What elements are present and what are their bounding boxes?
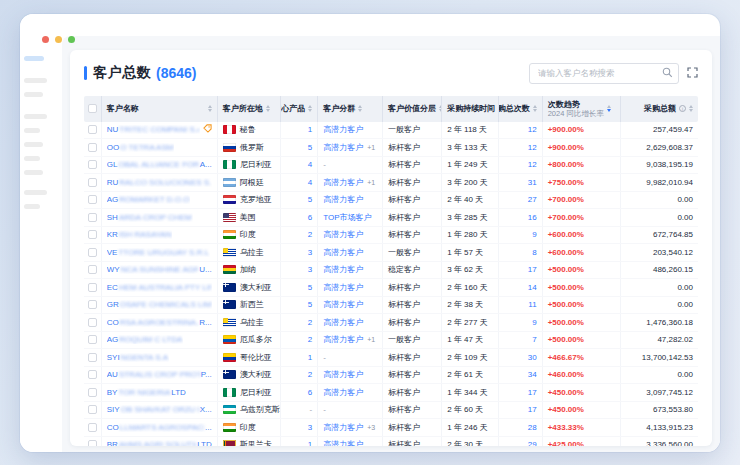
maximize-button[interactable] bbox=[68, 36, 75, 43]
purchase-count-value[interactable]: 9 bbox=[532, 230, 536, 239]
purchase-count-value[interactable]: 34 bbox=[528, 370, 537, 379]
purchase-count-value[interactable]: 30 bbox=[528, 353, 537, 362]
core-products-value[interactable]: 6 bbox=[308, 213, 312, 222]
sidebar-skeleton-item[interactable] bbox=[24, 92, 43, 97]
search-icon[interactable] bbox=[662, 67, 673, 78]
core-products-value[interactable]: 5 bbox=[308, 143, 312, 152]
purchase-count-value[interactable]: 27 bbox=[528, 195, 537, 204]
segment-link[interactable]: 高潜力客户 bbox=[323, 142, 363, 153]
customer-name-link[interactable]: COLLMARTS AGROSPACE PRIVATE... bbox=[107, 423, 212, 432]
row-checkbox[interactable] bbox=[88, 265, 97, 274]
column-header-tier[interactable]: 客户价值分层 bbox=[383, 96, 442, 122]
customer-name-link[interactable]: SHARDA CROP CHEM bbox=[107, 213, 193, 222]
sidebar-skeleton-item[interactable] bbox=[24, 204, 40, 209]
customer-name-link[interactable]: AGROQUIM C LTDA bbox=[107, 335, 184, 344]
search-input[interactable] bbox=[529, 63, 679, 84]
row-checkbox[interactable] bbox=[88, 405, 97, 414]
core-products-value[interactable]: 1 bbox=[308, 353, 312, 362]
sidebar-skeleton-item[interactable] bbox=[24, 128, 40, 133]
core-products-value[interactable]: 1 bbox=[308, 125, 312, 134]
core-products-value[interactable]: 6 bbox=[308, 388, 312, 397]
core-products-value[interactable]: 2 bbox=[308, 335, 312, 344]
row-checkbox[interactable] bbox=[88, 353, 97, 362]
column-header-trend[interactable]: 次数趋势2024 同比增长率 bbox=[543, 96, 622, 122]
column-header-amount[interactable]: 采购总额i bbox=[621, 96, 698, 122]
customer-name-link[interactable]: SIYOB SHAVKAT ORZU FERMERX... bbox=[107, 405, 212, 414]
row-checkbox[interactable] bbox=[88, 143, 97, 152]
purchase-count-value[interactable]: 14 bbox=[528, 283, 537, 292]
segment-link[interactable]: 高潜力客户 bbox=[323, 282, 363, 293]
core-products-value[interactable]: 2 bbox=[308, 230, 312, 239]
row-checkbox[interactable] bbox=[88, 283, 97, 292]
customer-name-link[interactable]: BYTOR NIGERIALTD bbox=[107, 388, 186, 397]
row-checkbox[interactable] bbox=[88, 178, 97, 187]
row-checkbox[interactable] bbox=[88, 440, 97, 446]
core-products-value[interactable]: 5 bbox=[308, 195, 312, 204]
sort-icon[interactable] bbox=[308, 105, 312, 113]
core-products-value[interactable]: 3 bbox=[308, 265, 312, 274]
customer-name-link[interactable]: GLOBAL ALLIANCE FOR CHESICA... bbox=[107, 160, 212, 169]
purchase-count-value[interactable]: 12 bbox=[528, 143, 537, 152]
purchase-count-value[interactable]: 28 bbox=[528, 423, 537, 432]
customer-name-link[interactable]: KRISH RASAYAN bbox=[107, 230, 173, 239]
row-checkbox[interactable] bbox=[88, 248, 97, 257]
segment-link[interactable]: 高潜力客户 bbox=[323, 247, 363, 258]
sort-icon[interactable] bbox=[208, 105, 212, 113]
segment-link[interactable]: 高潜力客户 bbox=[323, 387, 363, 398]
sidebar-skeleton-item-active[interactable] bbox=[24, 56, 44, 61]
purchase-count-value[interactable]: 7 bbox=[532, 335, 536, 344]
sidebar-skeleton-item[interactable] bbox=[24, 190, 47, 195]
customer-name-link[interactable]: SYINGENTA S.A bbox=[107, 353, 169, 362]
row-checkbox[interactable] bbox=[88, 388, 97, 397]
purchase-count-value[interactable]: 17 bbox=[528, 265, 537, 274]
customer-name-link[interactable]: BRAHMS AGRI SOLUTIONS PVTLTD bbox=[107, 440, 212, 446]
column-header-name[interactable]: 客户名称 bbox=[102, 96, 218, 122]
sidebar-skeleton-item[interactable] bbox=[24, 114, 47, 119]
row-checkbox[interactable] bbox=[88, 195, 97, 204]
sidebar-skeleton-item[interactable] bbox=[24, 156, 40, 161]
customer-name-link[interactable]: GROSAFE CHEMICALS LIMITED bbox=[107, 300, 212, 309]
core-products-value[interactable]: 1 bbox=[308, 440, 312, 446]
purchase-count-value[interactable]: 17 bbox=[528, 405, 537, 414]
segment-link[interactable]: 高潜力客户 bbox=[323, 124, 363, 135]
core-products-value[interactable]: 5 bbox=[308, 300, 312, 309]
customer-name-link[interactable]: OOO TETRA ASM bbox=[107, 143, 175, 152]
row-checkbox[interactable] bbox=[88, 300, 97, 309]
customer-name-link[interactable]: AGROMARKET D.O.O bbox=[107, 195, 191, 204]
segment-link[interactable]: 高潜力客户 bbox=[323, 334, 363, 345]
segment-link[interactable]: 高潜力客户 bbox=[323, 177, 363, 188]
sort-icon[interactable] bbox=[533, 105, 537, 113]
row-checkbox[interactable] bbox=[88, 335, 97, 344]
segment-link[interactable]: 高潜力客户 bbox=[323, 439, 363, 446]
segment-link[interactable]: 高潜力客户 bbox=[323, 317, 363, 328]
core-products-value[interactable]: 2 bbox=[308, 370, 312, 379]
segment-link[interactable]: 高潜力客户 bbox=[323, 422, 363, 433]
close-button[interactable] bbox=[42, 36, 49, 43]
sidebar-skeleton-item[interactable] bbox=[24, 170, 43, 175]
info-icon[interactable]: i bbox=[679, 105, 686, 112]
customer-name-link[interactable]: NUTRITEC COMPANI S.A.C bbox=[107, 125, 200, 134]
purchase-count-value[interactable]: 29 bbox=[528, 440, 537, 446]
row-checkbox[interactable] bbox=[88, 160, 97, 169]
row-checkbox[interactable] bbox=[88, 370, 97, 379]
segment-link[interactable]: 高潜力客户 bbox=[323, 264, 363, 275]
purchase-count-value[interactable]: 17 bbox=[528, 388, 537, 397]
select-all-checkbox[interactable] bbox=[88, 104, 97, 113]
customer-name-link[interactable]: RURALCO SOLUCIONES S.A bbox=[107, 178, 212, 187]
purchase-count-value[interactable]: 12 bbox=[528, 125, 537, 134]
fullscreen-icon[interactable] bbox=[687, 67, 698, 78]
core-products-value[interactable]: 4 bbox=[308, 160, 312, 169]
core-products-value[interactable]: 2 bbox=[308, 318, 312, 327]
purchase-count-value[interactable]: 9 bbox=[532, 318, 536, 327]
customer-name-link[interactable]: VETTORE URUGUAY S.R.L bbox=[107, 248, 210, 257]
segment-link[interactable]: 高潜力客户 bbox=[323, 194, 363, 205]
row-checkbox[interactable] bbox=[88, 213, 97, 222]
segment-link[interactable]: 高潜力客户 bbox=[323, 229, 363, 240]
column-header-segment[interactable]: 客户分群 bbox=[318, 96, 383, 122]
purchase-count-value[interactable]: 16 bbox=[528, 213, 537, 222]
column-header-count[interactable]: 采购总次数 bbox=[499, 96, 542, 122]
sort-icon[interactable] bbox=[358, 105, 362, 113]
customer-name-link[interactable]: AUSTRALIS CROP PROTECTIONP... bbox=[107, 370, 212, 379]
purchase-count-value[interactable]: 11 bbox=[528, 300, 536, 309]
core-products-value[interactable]: 5 bbox=[308, 283, 312, 292]
